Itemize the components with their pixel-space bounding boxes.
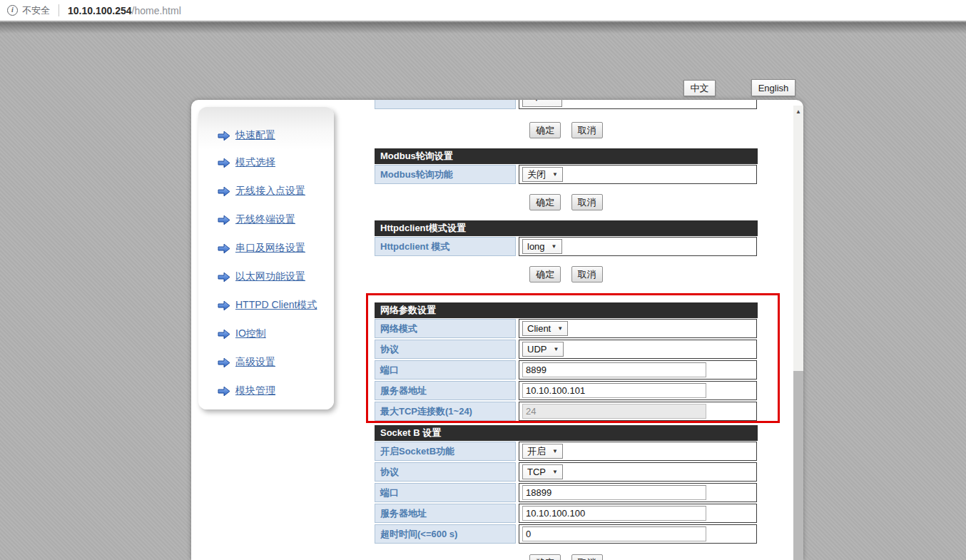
url-host: 10.10.100.254	[68, 5, 132, 16]
sidebar-item-io-control[interactable]: IO控制	[218, 320, 334, 348]
network-protocol-label: 协议	[375, 340, 516, 359]
ok-button[interactable]: 确定	[529, 122, 561, 138]
address-bar-divider	[59, 4, 59, 16]
info-icon[interactable]: i	[7, 5, 18, 16]
sidebar-link[interactable]: 高级设置	[235, 356, 275, 369]
chevron-down-icon: ▼	[551, 243, 557, 250]
language-chinese-button[interactable]: 中文	[683, 80, 716, 96]
arrow-icon	[218, 386, 230, 397]
sidebar-link[interactable]: 模块管理	[235, 385, 275, 397]
arrow-icon	[218, 329, 230, 340]
socketb-server-label: 服务器地址	[375, 504, 516, 523]
sidebar-link[interactable]: IO控制	[235, 327, 266, 340]
network-port-input[interactable]	[522, 362, 706, 377]
network-protocol-value: UDP▼	[519, 340, 757, 359]
network-maxtcp-label: 最大TCP连接数(1~24)	[375, 402, 516, 421]
ok-button[interactable]: 确定	[529, 194, 561, 210]
arrow-icon	[218, 243, 230, 254]
sidebar-link[interactable]: 无线终端设置	[235, 213, 295, 226]
cancel-button[interactable]: 取消	[571, 266, 603, 282]
socketb-port-value	[519, 483, 757, 502]
sidebar-item-sta-settings[interactable]: 无线终端设置	[218, 205, 334, 234]
ok-button[interactable]: 确定	[529, 266, 561, 282]
arrow-icon	[218, 272, 230, 282]
button-row-2: 确定 取消	[375, 194, 758, 211]
top-shadow	[0, 22, 966, 34]
socketb-protocol-select[interactable]: TCP▼	[522, 464, 563, 479]
ok-button[interactable]: 确定	[529, 554, 561, 560]
sidebar-link[interactable]: 模式选择	[235, 156, 275, 169]
sidebar-item-uart-network[interactable]: 串口及网络设置	[218, 234, 334, 263]
scrollbar-thumb[interactable]	[793, 371, 803, 560]
socketb-port-input[interactable]	[522, 485, 706, 500]
not-secure-label: 不安全	[22, 4, 50, 17]
network-protocol-select[interactable]: UDP▼	[522, 342, 564, 357]
sidebar-item-mode-select[interactable]: 模式选择	[218, 148, 334, 177]
sidebar-item-quick-config[interactable]: 快速配置	[218, 123, 334, 148]
arrow-icon	[218, 131, 230, 141]
socketb-enable-label: 开启SocketB功能	[375, 442, 516, 461]
socketb-protocol-label: 协议	[375, 462, 516, 482]
sidebar-item-advanced[interactable]: 高级设置	[218, 348, 334, 377]
socketb-server-input[interactable]	[522, 506, 706, 521]
socketb-section-header: Socket B 设置	[375, 425, 758, 441]
cancel-button[interactable]: 取消	[571, 194, 603, 210]
socketb-enable-select[interactable]: 开启▼	[522, 444, 563, 459]
clipped-row-label	[375, 100, 516, 109]
sidebar-item-module-mgmt[interactable]: 模块管理	[218, 377, 334, 405]
network-server-label: 服务器地址	[375, 381, 516, 400]
modbus-function-value: 关闭▼	[519, 165, 757, 184]
socketb-server-value	[519, 504, 757, 523]
chevron-down-icon: ▼	[552, 171, 558, 178]
scrollbar-up-arrow-icon[interactable]: ▲	[793, 106, 803, 118]
arrow-icon	[218, 300, 230, 311]
httpd-section-header: Httpdclient模式设置	[375, 220, 758, 236]
sidebar-list: 快速配置 模式选择 无线接入点设置 无线终端设置 串口及网络设置 以太网功能设置	[198, 107, 334, 405]
url-text[interactable]: 10.10.100.254/home.html	[68, 5, 181, 16]
sidebar-link[interactable]: 无线接入点设置	[235, 185, 305, 198]
network-mode-label: 网络模式	[375, 319, 516, 338]
socketb-port-label: 端口	[375, 483, 516, 502]
sidebar-link[interactable]: 串口及网络设置	[235, 242, 305, 255]
cancel-button[interactable]: 取消	[571, 554, 603, 560]
arrow-icon	[218, 357, 230, 368]
httpd-mode-value: long▼	[519, 237, 757, 256]
button-row-1: 确定 取消	[375, 122, 758, 139]
network-server-value	[519, 381, 757, 400]
modbus-function-select[interactable]: 关闭▼	[522, 167, 563, 182]
browser-address-bar[interactable]: i 不安全 10.10.100.254/home.html	[0, 0, 966, 21]
socketb-timeout-value	[519, 524, 757, 544]
network-maxtcp-input	[522, 404, 706, 419]
sidebar-link[interactable]: 快速配置	[235, 129, 275, 142]
socketb-protocol-value: TCP▼	[519, 462, 757, 482]
network-mode-select[interactable]: Client▼	[522, 321, 568, 336]
httpd-mode-select[interactable]: long▼	[522, 239, 562, 254]
network-server-input[interactable]	[522, 383, 706, 398]
language-english-button[interactable]: English	[751, 79, 795, 96]
sidebar-link[interactable]: HTTPD Client模式	[235, 299, 317, 312]
clipped-select[interactable]: ▼	[522, 100, 562, 107]
httpd-mode-label: Httpdclient 模式	[375, 237, 516, 256]
sidebar-nav: 快速配置 模式选择 无线接入点设置 无线终端设置 串口及网络设置 以太网功能设置	[198, 107, 334, 409]
modbus-function-label: Modbus轮询功能	[375, 165, 516, 184]
socketb-timeout-input[interactable]	[522, 526, 706, 541]
arrow-icon	[218, 215, 230, 225]
socketb-enable-value: 开启▼	[519, 442, 757, 461]
sidebar-link[interactable]: 以太网功能设置	[235, 270, 305, 283]
chevron-down-icon: ▼	[552, 469, 558, 475]
screen: i 不安全 10.10.100.254/home.html 中文 English…	[0, 0, 966, 560]
modbus-section-header: Modbus轮询设置	[375, 148, 758, 164]
sidebar-item-ethernet[interactable]: 以太网功能设置	[218, 263, 334, 291]
sidebar-item-httpd-client[interactable]: HTTPD Client模式	[218, 291, 334, 320]
network-mode-value: Client▼	[519, 319, 757, 338]
main-panel: 快速配置 模式选择 无线接入点设置 无线终端设置 串口及网络设置 以太网功能设置	[191, 100, 803, 560]
arrow-icon	[218, 158, 230, 168]
socketb-timeout-label: 超时时间(<=600 s)	[375, 524, 516, 544]
button-row-4-clipped: 确定 取消	[375, 554, 758, 560]
chevron-down-icon: ▼	[552, 448, 558, 454]
content-scrollbar[interactable]: ▲	[793, 106, 803, 560]
network-maxtcp-value	[519, 402, 757, 421]
chevron-down-icon: ▼	[557, 325, 563, 332]
cancel-button[interactable]: 取消	[571, 122, 603, 138]
sidebar-item-ap-settings[interactable]: 无线接入点设置	[218, 177, 334, 205]
